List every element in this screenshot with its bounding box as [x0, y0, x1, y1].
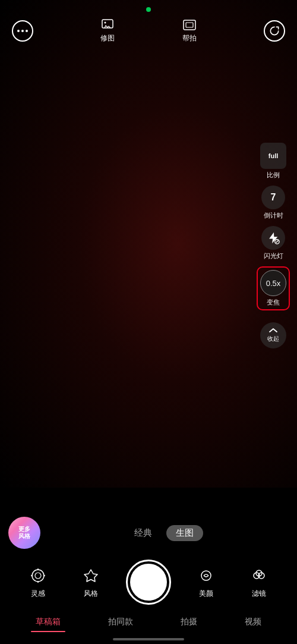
inspire-icon — [28, 566, 48, 586]
ratio-button[interactable]: full 比例 — [260, 143, 286, 180]
bottom-panel: 更多 风格 经典 生图 — [0, 508, 297, 644]
actions-row: 灵感 风格 美颜 — [0, 554, 297, 608]
svg-line-5 — [276, 241, 279, 243]
timer-button[interactable]: 7 倒计时 — [261, 186, 285, 220]
tab-shoot[interactable]: 拍摄 — [176, 614, 202, 630]
help-shoot-label: 帮拍 — [182, 33, 197, 43]
edit-button[interactable]: 修图 — [100, 18, 115, 43]
help-shoot-button[interactable]: 帮拍 — [182, 18, 197, 43]
help-shoot-icon — [182, 18, 197, 32]
home-indicator — [113, 638, 184, 640]
style-icon — [81, 566, 101, 586]
menu-dots-icon — [12, 20, 33, 42]
style-row: 更多 风格 经典 生图 — [0, 508, 297, 554]
dot2 — [21, 30, 24, 32]
beauty-icon — [196, 566, 216, 586]
inspire-label: 灵感 — [31, 589, 45, 599]
style-button[interactable]: 风格 — [73, 566, 109, 599]
zoom-button[interactable]: 0.5x 变焦 — [257, 266, 290, 310]
tab-draft[interactable]: 草稿箱 — [31, 614, 65, 630]
tab-active-indicator — [31, 631, 65, 632]
flash-label: 闪光灯 — [264, 252, 283, 260]
edit-label: 修图 — [100, 33, 115, 43]
timer-label: 倒计时 — [264, 211, 283, 220]
flash-icon — [261, 226, 285, 250]
inspire-button[interactable]: 灵感 — [20, 566, 56, 599]
svg-rect-3 — [186, 23, 193, 27]
svg-rect-0 — [102, 20, 113, 28]
more-style-button[interactable]: 更多 风格 — [8, 517, 40, 549]
collapse-button[interactable]: 收起 — [260, 322, 286, 348]
menu-button[interactable] — [12, 20, 33, 42]
ratio-label: 比例 — [267, 171, 280, 180]
collapse-label: 收起 — [267, 335, 279, 343]
flash-button[interactable]: 闪光灯 — [261, 226, 285, 260]
zoom-circle: 0.5x — [260, 270, 286, 296]
svg-point-6 — [32, 570, 44, 582]
tab-classic[interactable]: 经典 — [129, 525, 157, 541]
style-label: 风格 — [84, 589, 98, 599]
svg-point-1 — [105, 22, 106, 24]
filter-label: 滤镜 — [252, 589, 266, 599]
refresh-icon — [264, 20, 285, 42]
chevron-up-icon — [269, 328, 277, 334]
right-controls-panel: full 比例 7 倒计时 闪光灯 0.5x 变焦 — [257, 143, 290, 348]
style-tabs: 经典 生图 — [48, 525, 285, 541]
dot1 — [17, 30, 20, 32]
timer-icon: 7 — [261, 186, 285, 209]
filter-button[interactable]: 滤镜 — [241, 566, 277, 599]
camera-viewfinder — [0, 0, 297, 488]
top-toolbar: 修图 帮拍 — [0, 18, 297, 43]
filter-icon — [249, 566, 269, 586]
tab-video[interactable]: 视频 — [240, 614, 266, 630]
shutter-button[interactable] — [126, 560, 171, 605]
flip-camera-button[interactable] — [264, 20, 285, 42]
zoom-label: 变焦 — [267, 298, 280, 307]
beauty-label: 美颜 — [199, 589, 213, 599]
dot3 — [26, 30, 28, 32]
edit-icon — [100, 18, 115, 32]
zoom-highlight-box: 0.5x 变焦 — [257, 266, 290, 310]
ratio-icon: full — [260, 143, 286, 169]
svg-rect-12 — [201, 571, 211, 580]
beauty-button[interactable]: 美颜 — [188, 566, 224, 599]
tab-generate[interactable]: 生图 — [166, 525, 203, 541]
tab-similar[interactable]: 拍同款 — [103, 614, 138, 630]
bottom-tabs: 草稿箱 拍同款 拍摄 视频 — [0, 608, 297, 633]
svg-point-7 — [35, 573, 41, 579]
svg-rect-2 — [184, 20, 195, 30]
green-indicator-dot — [146, 7, 151, 12]
shutter-inner — [130, 564, 167, 601]
